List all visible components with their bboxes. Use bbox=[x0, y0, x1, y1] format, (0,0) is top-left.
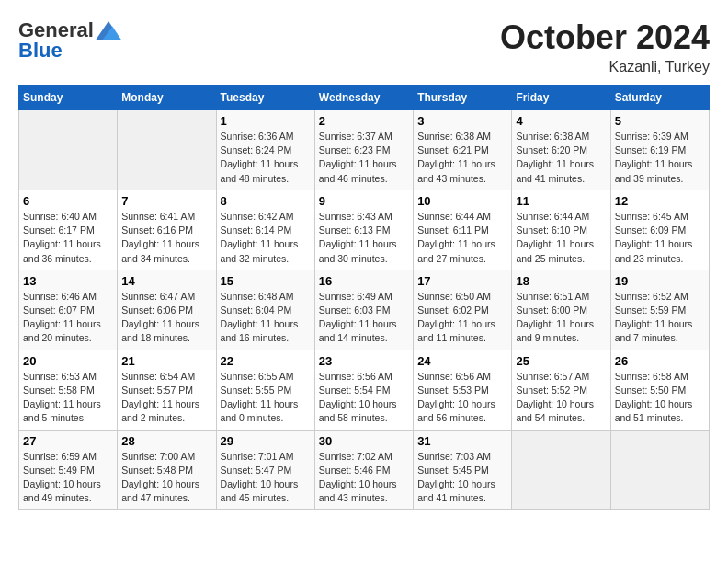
calendar-cell: 7Sunrise: 6:41 AMSunset: 6:16 PMDaylight… bbox=[118, 190, 216, 270]
day-detail: Sunrise: 6:55 AMSunset: 5:55 PMDaylight:… bbox=[221, 370, 311, 426]
day-detail: Sunrise: 6:41 AMSunset: 6:16 PMDaylight:… bbox=[121, 210, 211, 266]
calendar-week-2: 6Sunrise: 6:40 AMSunset: 6:17 PMDaylight… bbox=[19, 190, 710, 270]
calendar-cell: 12Sunrise: 6:45 AMSunset: 6:09 PMDayligh… bbox=[610, 190, 709, 270]
day-number: 16 bbox=[319, 274, 409, 288]
day-detail: Sunrise: 6:38 AMSunset: 6:20 PMDaylight:… bbox=[516, 130, 606, 186]
day-number: 13 bbox=[23, 274, 113, 288]
calendar-cell: 20Sunrise: 6:53 AMSunset: 5:58 PMDayligh… bbox=[19, 350, 118, 430]
calendar-week-3: 13Sunrise: 6:46 AMSunset: 6:07 PMDayligh… bbox=[19, 270, 710, 350]
calendar-cell: 1Sunrise: 6:36 AMSunset: 6:24 PMDaylight… bbox=[216, 110, 314, 190]
day-detail: Sunrise: 6:54 AMSunset: 5:57 PMDaylight:… bbox=[121, 370, 211, 426]
day-detail: Sunrise: 6:45 AMSunset: 6:09 PMDaylight:… bbox=[615, 210, 705, 266]
day-detail: Sunrise: 6:51 AMSunset: 6:00 PMDaylight:… bbox=[516, 290, 606, 346]
day-detail: Sunrise: 6:47 AMSunset: 6:06 PMDaylight:… bbox=[121, 290, 211, 346]
day-number: 11 bbox=[516, 194, 606, 208]
calendar-cell: 17Sunrise: 6:50 AMSunset: 6:02 PMDayligh… bbox=[414, 270, 512, 350]
calendar-cell: 28Sunrise: 7:00 AMSunset: 5:48 PMDayligh… bbox=[118, 430, 216, 510]
calendar-cell: 8Sunrise: 6:42 AMSunset: 6:14 PMDaylight… bbox=[216, 190, 314, 270]
day-detail: Sunrise: 6:56 AMSunset: 5:53 PMDaylight:… bbox=[417, 370, 507, 426]
day-number: 6 bbox=[23, 194, 113, 208]
column-header-monday: Monday bbox=[118, 86, 216, 110]
calendar-table: SundayMondayTuesdayWednesdayThursdayFrid… bbox=[18, 85, 710, 510]
day-detail: Sunrise: 6:50 AMSunset: 6:02 PMDaylight:… bbox=[417, 290, 507, 346]
day-number: 9 bbox=[319, 194, 409, 208]
location: Kazanli, Turkey bbox=[500, 59, 710, 75]
calendar-cell bbox=[610, 430, 709, 510]
calendar-cell: 21Sunrise: 6:54 AMSunset: 5:57 PMDayligh… bbox=[118, 350, 216, 430]
title-block: October 2024 Kazanli, Turkey bbox=[500, 18, 710, 75]
day-number: 14 bbox=[121, 274, 211, 288]
day-number: 24 bbox=[417, 354, 507, 368]
column-header-tuesday: Tuesday bbox=[216, 86, 314, 110]
calendar-cell: 5Sunrise: 6:39 AMSunset: 6:19 PMDaylight… bbox=[610, 110, 709, 190]
calendar-cell bbox=[19, 110, 118, 190]
day-number: 5 bbox=[615, 114, 705, 128]
day-number: 20 bbox=[23, 354, 113, 368]
day-number: 17 bbox=[417, 274, 507, 288]
day-detail: Sunrise: 6:59 AMSunset: 5:49 PMDaylight:… bbox=[23, 450, 113, 506]
calendar-cell: 11Sunrise: 6:44 AMSunset: 6:10 PMDayligh… bbox=[512, 190, 610, 270]
calendar-cell: 3Sunrise: 6:38 AMSunset: 6:21 PMDaylight… bbox=[414, 110, 512, 190]
day-number: 22 bbox=[221, 354, 311, 368]
calendar-cell: 16Sunrise: 6:49 AMSunset: 6:03 PMDayligh… bbox=[314, 270, 413, 350]
calendar-cell: 9Sunrise: 6:43 AMSunset: 6:13 PMDaylight… bbox=[314, 190, 413, 270]
day-detail: Sunrise: 6:49 AMSunset: 6:03 PMDaylight:… bbox=[319, 290, 409, 346]
column-header-thursday: Thursday bbox=[414, 86, 512, 110]
day-detail: Sunrise: 6:52 AMSunset: 5:59 PMDaylight:… bbox=[615, 290, 705, 346]
calendar-cell: 2Sunrise: 6:37 AMSunset: 6:23 PMDaylight… bbox=[314, 110, 413, 190]
calendar-cell bbox=[512, 430, 610, 510]
calendar-cell: 30Sunrise: 7:02 AMSunset: 5:46 PMDayligh… bbox=[314, 430, 413, 510]
day-detail: Sunrise: 6:58 AMSunset: 5:50 PMDaylight:… bbox=[615, 370, 705, 426]
day-number: 30 bbox=[319, 434, 409, 448]
day-detail: Sunrise: 6:38 AMSunset: 6:21 PMDaylight:… bbox=[417, 130, 507, 186]
calendar-header-row: SundayMondayTuesdayWednesdayThursdayFrid… bbox=[19, 86, 710, 110]
day-number: 7 bbox=[121, 194, 211, 208]
calendar-week-1: 1Sunrise: 6:36 AMSunset: 6:24 PMDaylight… bbox=[19, 110, 710, 190]
day-number: 4 bbox=[516, 114, 606, 128]
day-number: 26 bbox=[615, 354, 705, 368]
day-number: 8 bbox=[221, 194, 311, 208]
day-number: 1 bbox=[221, 114, 311, 128]
day-detail: Sunrise: 7:02 AMSunset: 5:46 PMDaylight:… bbox=[319, 450, 409, 506]
column-header-saturday: Saturday bbox=[610, 86, 709, 110]
day-detail: Sunrise: 6:53 AMSunset: 5:58 PMDaylight:… bbox=[23, 370, 113, 426]
logo-icon bbox=[96, 21, 121, 40]
calendar-week-5: 27Sunrise: 6:59 AMSunset: 5:49 PMDayligh… bbox=[19, 430, 710, 510]
calendar-cell: 29Sunrise: 7:01 AMSunset: 5:47 PMDayligh… bbox=[216, 430, 314, 510]
calendar-cell: 4Sunrise: 6:38 AMSunset: 6:20 PMDaylight… bbox=[512, 110, 610, 190]
day-number: 31 bbox=[417, 434, 507, 448]
day-number: 21 bbox=[121, 354, 211, 368]
calendar-cell: 24Sunrise: 6:56 AMSunset: 5:53 PMDayligh… bbox=[414, 350, 512, 430]
day-detail: Sunrise: 7:03 AMSunset: 5:45 PMDaylight:… bbox=[417, 450, 507, 506]
day-number: 29 bbox=[221, 434, 311, 448]
day-number: 12 bbox=[615, 194, 705, 208]
calendar-cell: 31Sunrise: 7:03 AMSunset: 5:45 PMDayligh… bbox=[414, 430, 512, 510]
calendar-cell bbox=[118, 110, 216, 190]
column-header-friday: Friday bbox=[512, 86, 610, 110]
day-detail: Sunrise: 6:36 AMSunset: 6:24 PMDaylight:… bbox=[221, 130, 311, 186]
day-detail: Sunrise: 6:44 AMSunset: 6:10 PMDaylight:… bbox=[516, 210, 606, 266]
calendar-cell: 6Sunrise: 6:40 AMSunset: 6:17 PMDaylight… bbox=[19, 190, 118, 270]
day-number: 23 bbox=[319, 354, 409, 368]
logo: General Blue bbox=[18, 18, 121, 63]
calendar-cell: 13Sunrise: 6:46 AMSunset: 6:07 PMDayligh… bbox=[19, 270, 118, 350]
column-header-wednesday: Wednesday bbox=[314, 86, 413, 110]
day-number: 15 bbox=[221, 274, 311, 288]
calendar-cell: 27Sunrise: 6:59 AMSunset: 5:49 PMDayligh… bbox=[19, 430, 118, 510]
day-detail: Sunrise: 6:48 AMSunset: 6:04 PMDaylight:… bbox=[221, 290, 311, 346]
day-number: 10 bbox=[417, 194, 507, 208]
day-detail: Sunrise: 6:39 AMSunset: 6:19 PMDaylight:… bbox=[615, 130, 705, 186]
calendar-cell: 14Sunrise: 6:47 AMSunset: 6:06 PMDayligh… bbox=[118, 270, 216, 350]
calendar-cell: 19Sunrise: 6:52 AMSunset: 5:59 PMDayligh… bbox=[610, 270, 709, 350]
calendar-cell: 23Sunrise: 6:56 AMSunset: 5:54 PMDayligh… bbox=[314, 350, 413, 430]
calendar-cell: 10Sunrise: 6:44 AMSunset: 6:11 PMDayligh… bbox=[414, 190, 512, 270]
calendar-cell: 15Sunrise: 6:48 AMSunset: 6:04 PMDayligh… bbox=[216, 270, 314, 350]
day-detail: Sunrise: 6:37 AMSunset: 6:23 PMDaylight:… bbox=[319, 130, 409, 186]
calendar-week-4: 20Sunrise: 6:53 AMSunset: 5:58 PMDayligh… bbox=[19, 350, 710, 430]
day-detail: Sunrise: 6:57 AMSunset: 5:52 PMDaylight:… bbox=[516, 370, 606, 426]
day-number: 27 bbox=[23, 434, 113, 448]
day-number: 19 bbox=[615, 274, 705, 288]
day-number: 28 bbox=[121, 434, 211, 448]
calendar-cell: 25Sunrise: 6:57 AMSunset: 5:52 PMDayligh… bbox=[512, 350, 610, 430]
day-detail: Sunrise: 6:40 AMSunset: 6:17 PMDaylight:… bbox=[23, 210, 113, 266]
